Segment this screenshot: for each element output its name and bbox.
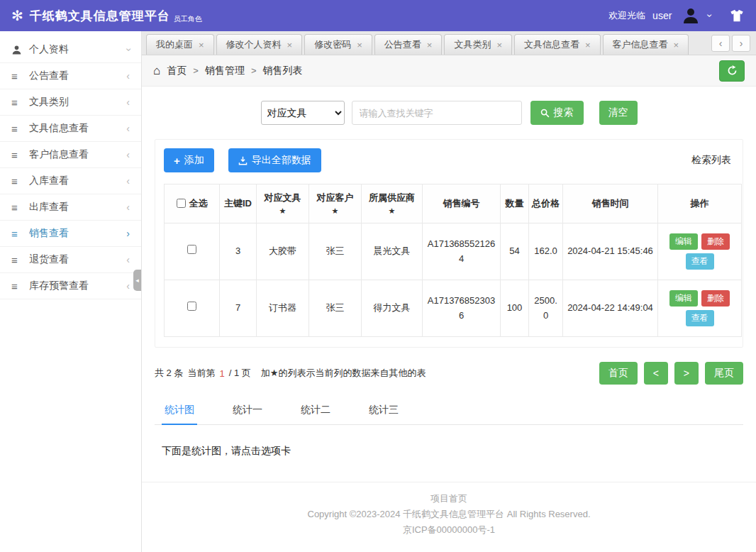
footer-home-link[interactable]: 项目首页 bbox=[142, 491, 756, 507]
tab-label: 文具类别 bbox=[454, 38, 491, 51]
menu-icon: ≡ bbox=[11, 70, 29, 82]
tab-customer-info[interactable]: 客户信息查看 × bbox=[603, 34, 689, 55]
refresh-icon bbox=[727, 65, 738, 76]
sidebar-item-returns[interactable]: ≡ 退货查看 ‹ bbox=[0, 247, 141, 273]
sidebar-item-stationery-category[interactable]: ≡ 文具类别 ‹ bbox=[0, 89, 141, 116]
tab-stats-chart[interactable]: 统计图 bbox=[162, 396, 197, 425]
breadcrumb-home[interactable]: 首页 bbox=[167, 65, 187, 77]
menu-icon: ≡ bbox=[11, 175, 29, 187]
search-bar: 对应文具 搜索 清空 bbox=[155, 101, 743, 125]
tabs-scroll-right-button[interactable]: › bbox=[732, 35, 750, 52]
close-icon[interactable]: × bbox=[496, 40, 502, 50]
view-button[interactable]: 查看 bbox=[686, 310, 714, 326]
sidebar-item-stock-warning[interactable]: ≡ 库存预警查看 ‹ bbox=[0, 273, 141, 299]
close-icon[interactable]: × bbox=[674, 40, 679, 50]
next-page-button[interactable]: > bbox=[674, 362, 699, 385]
panel-header: + 添加 导出全部数据 检索列表 bbox=[164, 148, 734, 172]
tab-edit-profile[interactable]: 修改个人资料 × bbox=[216, 34, 303, 55]
sidebar-item-sales[interactable]: ≡ 销售查看 › bbox=[0, 221, 141, 247]
sidebar-collapse-handle[interactable]: ◂ bbox=[133, 270, 141, 291]
cell-id: 7 bbox=[220, 280, 257, 337]
tab-my-desktop[interactable]: 我的桌面 × bbox=[146, 34, 214, 55]
select-all-label: 全选 bbox=[189, 197, 208, 210]
sidebar-item-announcements[interactable]: ≡ 公告查看 ‹ bbox=[0, 63, 141, 89]
col-qty: 数量 bbox=[501, 184, 529, 223]
current-page-prefix: 当前第 bbox=[187, 367, 215, 380]
chevron-left-icon: ‹ bbox=[126, 149, 130, 160]
tab-stationery-category[interactable]: 文具类别 × bbox=[444, 34, 512, 55]
breadcrumb: ⌂ 首页 > 销售管理 > 销售列表 bbox=[153, 64, 302, 78]
tab-stationery-info[interactable]: 文具信息查看 × bbox=[514, 34, 601, 55]
close-icon[interactable]: × bbox=[357, 40, 362, 50]
search-button-label: 搜索 bbox=[554, 106, 574, 119]
sidebar-item-outbound[interactable]: ≡ 出库查看 ‹ bbox=[0, 194, 141, 221]
first-page-button[interactable]: 首页 bbox=[599, 362, 638, 385]
cell-sale-no: A1713685521264 bbox=[423, 223, 501, 280]
star-icon: ★ bbox=[259, 206, 306, 216]
col-supplier: 所属供应商 ★ bbox=[362, 184, 423, 223]
pagination-info: 共 2 条 当前第 1 / 1 页 加★的列表示当前列的数据来自其他的表 bbox=[155, 367, 430, 380]
close-icon[interactable]: × bbox=[427, 40, 433, 50]
sidebar: 个人资料 ‹ ≡ 公告查看 ‹ ≡ 文具类别 ‹ ≡ 文具信息查看 ‹ ≡ 客户… bbox=[0, 31, 142, 552]
delete-button[interactable]: 删除 bbox=[701, 290, 730, 307]
sidebar-item-label: 库存预警查看 bbox=[29, 280, 89, 292]
select-all-checkbox[interactable] bbox=[177, 199, 186, 208]
delete-button[interactable]: 删除 bbox=[701, 233, 730, 250]
main-area: 我的桌面 × 修改个人资料 × 修改密码 × 公告查看 × bbox=[142, 31, 756, 552]
search-input[interactable] bbox=[352, 101, 522, 125]
refresh-button[interactable] bbox=[719, 60, 745, 82]
total-count: 共 2 条 bbox=[155, 367, 183, 380]
cell-time: 2024-04-21 15:45:46 bbox=[563, 223, 658, 280]
star-note: 加★的列表示当前列的数据来自其他的表 bbox=[261, 367, 426, 380]
tab-announcements[interactable]: 公告查看 × bbox=[374, 34, 443, 55]
prev-page-button[interactable]: < bbox=[644, 362, 668, 385]
chevron-right-icon: › bbox=[126, 228, 130, 239]
sidebar-item-customer-info[interactable]: ≡ 客户信息查看 ‹ bbox=[0, 142, 141, 168]
col-sale-no: 销售编号 bbox=[423, 184, 501, 223]
edit-button[interactable]: 编辑 bbox=[669, 290, 698, 307]
welcome-text: 欢迎光临 bbox=[608, 9, 645, 22]
breadcrumb-separator: > bbox=[193, 65, 199, 76]
sidebar-item-profile[interactable]: 个人资料 ‹ bbox=[0, 37, 141, 63]
export-button-label: 导出全部数据 bbox=[252, 154, 311, 167]
sidebar-item-inbound[interactable]: ≡ 入库查看 ‹ bbox=[0, 168, 141, 194]
cell-supplier-link[interactable]: 晨光文具 bbox=[362, 223, 423, 280]
cell-item-link[interactable]: 大胶带 bbox=[257, 223, 309, 280]
cell-supplier-link[interactable]: 得力文具 bbox=[362, 280, 423, 337]
star-icon: ★ bbox=[311, 206, 359, 216]
search-field-select[interactable]: 对应文具 bbox=[261, 101, 345, 125]
tab-stats-one[interactable]: 统计一 bbox=[230, 396, 265, 424]
last-page-button[interactable]: 尾页 bbox=[705, 362, 743, 385]
menu-icon: ≡ bbox=[11, 202, 29, 214]
search-button[interactable]: 搜索 bbox=[530, 101, 584, 125]
theme-skin-icon[interactable] bbox=[729, 8, 745, 23]
user-avatar-icon[interactable] bbox=[682, 6, 700, 25]
close-icon[interactable]: × bbox=[585, 40, 591, 50]
sidebar-item-stationery-info[interactable]: ≡ 文具信息查看 ‹ bbox=[0, 116, 141, 142]
export-all-button[interactable]: 导出全部数据 bbox=[228, 148, 321, 172]
cell-customer-link[interactable]: 张三 bbox=[309, 280, 362, 337]
close-icon[interactable]: × bbox=[199, 40, 204, 50]
row-checkbox[interactable] bbox=[187, 245, 196, 254]
clear-button[interactable]: 清空 bbox=[599, 101, 638, 125]
tab-stats-two[interactable]: 统计二 bbox=[298, 396, 333, 424]
add-button[interactable]: + 添加 bbox=[164, 148, 214, 172]
breadcrumb-section[interactable]: 销售管理 bbox=[205, 65, 245, 77]
chevron-left-icon: ‹ bbox=[126, 254, 130, 265]
page-total: / 1 页 bbox=[229, 367, 251, 380]
tab-stats-three[interactable]: 统计三 bbox=[366, 396, 401, 424]
edit-button[interactable]: 编辑 bbox=[669, 233, 698, 250]
cell-qty: 54 bbox=[501, 223, 529, 280]
row-checkbox[interactable] bbox=[187, 302, 196, 311]
tab-label: 公告查看 bbox=[384, 38, 421, 51]
cell-customer-link[interactable]: 张三 bbox=[309, 223, 362, 280]
close-icon[interactable]: × bbox=[287, 40, 293, 50]
view-button[interactable]: 查看 bbox=[686, 253, 714, 270]
user-menu-chevron-down-icon[interactable]: ‹ bbox=[704, 14, 715, 18]
pagination-bar: 共 2 条 当前第 1 / 1 页 加★的列表示当前列的数据来自其他的表 首页 … bbox=[155, 362, 743, 385]
tabs-scroll-left-button[interactable]: ‹ bbox=[711, 35, 730, 52]
tab-change-password[interactable]: 修改密码 × bbox=[304, 34, 372, 55]
col-customer: 对应客户 ★ bbox=[309, 184, 362, 223]
cell-item-link[interactable]: 订书器 bbox=[257, 280, 309, 337]
col-item: 对应文具 ★ bbox=[257, 184, 309, 223]
